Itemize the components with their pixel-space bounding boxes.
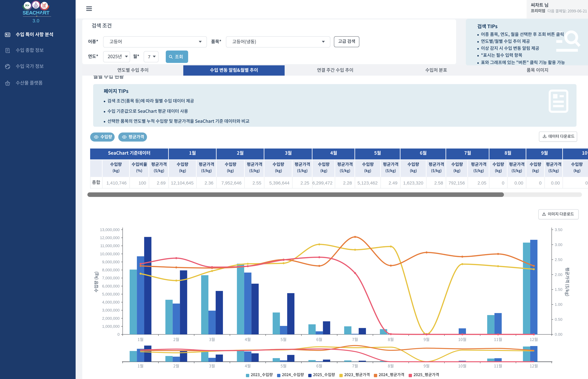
svg-text:2,000,000: 2,000,000	[102, 316, 120, 321]
svg-text:3.50: 3.50	[555, 227, 562, 232]
svg-text:0.00: 0.00	[555, 332, 562, 337]
svg-text:2.00: 2.00	[555, 272, 562, 277]
svg-text:5,000,000: 5,000,000	[102, 292, 120, 296]
svg-text:11,000,000: 11,000,000	[100, 243, 120, 248]
svg-text:3.00: 3.00	[555, 242, 562, 247]
svg-text:1,000,000: 1,000,000	[102, 324, 120, 329]
svg-text:4,000,000: 4,000,000	[102, 300, 120, 304]
svg-text:0: 0	[118, 332, 120, 337]
svg-text:9,000,000: 9,000,000	[102, 260, 120, 264]
svg-text:13,000,000: 13,000,000	[100, 227, 120, 232]
svg-text:1.00: 1.00	[555, 302, 562, 307]
svg-text:3,000,000: 3,000,000	[102, 308, 120, 313]
svg-text:8,000,000: 8,000,000	[102, 268, 120, 272]
svg-text:10,000,000: 10,000,000	[100, 252, 120, 256]
svg-text:12,000,000: 12,000,000	[100, 236, 120, 240]
svg-text:6,000,000: 6,000,000	[102, 284, 120, 288]
svg-text:1.50: 1.50	[555, 287, 562, 292]
svg-text:7,000,000: 7,000,000	[102, 276, 120, 280]
svg-text:2.50: 2.50	[555, 257, 562, 262]
svg-text:0.50: 0.50	[555, 317, 562, 322]
